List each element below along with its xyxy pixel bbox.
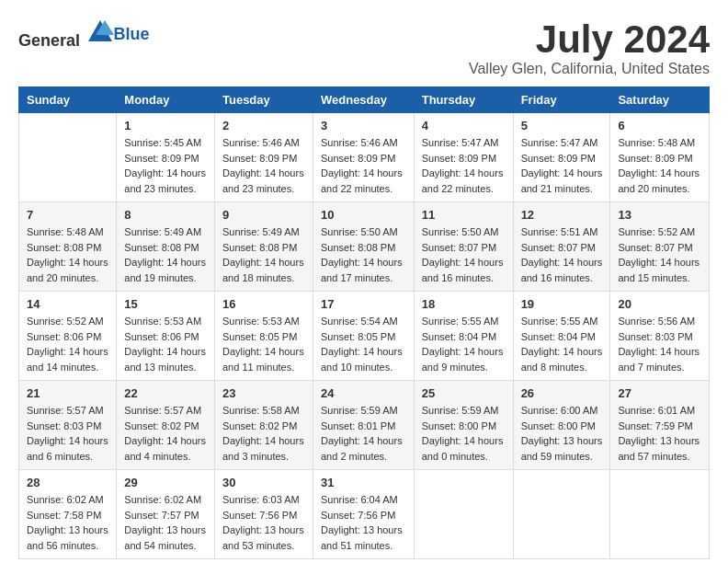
day-number: 2: [222, 119, 305, 132]
day-info: Sunrise: 5:46 AM Sunset: 8:09 PM Dayligh…: [321, 135, 406, 196]
calendar-week-row: 7Sunrise: 5:48 AM Sunset: 8:08 PM Daylig…: [19, 202, 710, 292]
calendar-week-row: 1Sunrise: 5:45 AM Sunset: 8:09 PM Daylig…: [19, 113, 710, 202]
day-info: Sunrise: 5:50 AM Sunset: 8:08 PM Dayligh…: [321, 224, 406, 285]
logo: General Blue: [18, 18, 150, 51]
day-info: Sunrise: 5:46 AM Sunset: 8:09 PM Dayligh…: [222, 135, 305, 196]
calendar-table: SundayMondayTuesdayWednesdayThursdayFrid…: [18, 86, 710, 559]
day-number: 27: [618, 386, 701, 400]
calendar-header-row: SundayMondayTuesdayWednesdayThursdayFrid…: [19, 87, 710, 113]
header-day-tuesday: Tuesday: [214, 87, 313, 113]
day-info: Sunrise: 5:59 AM Sunset: 8:01 PM Dayligh…: [321, 403, 406, 464]
calendar-cell: 27Sunrise: 6:01 AM Sunset: 7:59 PM Dayli…: [610, 381, 710, 470]
day-number: 21: [27, 386, 108, 400]
day-number: 6: [618, 119, 701, 132]
day-info: Sunrise: 5:58 AM Sunset: 8:02 PM Dayligh…: [222, 403, 305, 464]
calendar-cell: 22Sunrise: 5:57 AM Sunset: 8:02 PM Dayli…: [117, 381, 215, 470]
header-day-sunday: Sunday: [19, 87, 117, 113]
header-day-thursday: Thursday: [414, 87, 513, 113]
day-info: Sunrise: 5:48 AM Sunset: 8:08 PM Dayligh…: [27, 224, 108, 285]
day-info: Sunrise: 5:52 AM Sunset: 8:07 PM Dayligh…: [618, 224, 701, 285]
day-info: Sunrise: 6:02 AM Sunset: 7:58 PM Dayligh…: [27, 492, 108, 553]
day-number: 12: [521, 208, 603, 222]
calendar-cell: 24Sunrise: 5:59 AM Sunset: 8:01 PM Dayli…: [313, 381, 414, 470]
calendar-cell: 9Sunrise: 5:49 AM Sunset: 8:08 PM Daylig…: [214, 202, 313, 292]
day-info: Sunrise: 5:55 AM Sunset: 8:04 PM Dayligh…: [521, 314, 603, 374]
calendar-cell: [513, 470, 610, 559]
calendar-cell: 16Sunrise: 5:53 AM Sunset: 8:05 PM Dayli…: [214, 292, 313, 381]
calendar-cell: [414, 470, 513, 559]
day-number: 29: [124, 476, 207, 489]
day-number: 28: [27, 476, 108, 489]
day-info: Sunrise: 5:49 AM Sunset: 8:08 PM Dayligh…: [222, 224, 305, 285]
day-number: 13: [618, 208, 701, 222]
day-number: 15: [124, 297, 207, 311]
day-info: Sunrise: 5:54 AM Sunset: 8:05 PM Dayligh…: [321, 314, 406, 374]
day-info: Sunrise: 5:52 AM Sunset: 8:06 PM Dayligh…: [27, 314, 108, 374]
calendar-week-row: 14Sunrise: 5:52 AM Sunset: 8:06 PM Dayli…: [19, 292, 710, 381]
calendar-week-row: 21Sunrise: 5:57 AM Sunset: 8:03 PM Dayli…: [19, 381, 710, 470]
day-info: Sunrise: 5:51 AM Sunset: 8:07 PM Dayligh…: [521, 224, 603, 285]
day-number: 19: [521, 297, 603, 311]
calendar-cell: 13Sunrise: 5:52 AM Sunset: 8:07 PM Dayli…: [610, 202, 710, 292]
title-section: July 2024 Valley Glen, California, Unite…: [469, 18, 710, 77]
calendar-cell: 12Sunrise: 5:51 AM Sunset: 8:07 PM Dayli…: [513, 202, 610, 292]
day-number: 16: [222, 297, 305, 311]
day-number: 24: [321, 386, 406, 400]
day-number: 3: [321, 119, 406, 132]
calendar-cell: 7Sunrise: 5:48 AM Sunset: 8:08 PM Daylig…: [19, 202, 117, 292]
logo-text-general: General: [18, 31, 80, 50]
day-number: 9: [222, 208, 305, 222]
calendar-week-row: 28Sunrise: 6:02 AM Sunset: 7:58 PM Dayli…: [19, 470, 710, 559]
calendar-cell: 8Sunrise: 5:49 AM Sunset: 8:08 PM Daylig…: [117, 202, 215, 292]
calendar-cell: 30Sunrise: 6:03 AM Sunset: 7:56 PM Dayli…: [214, 470, 313, 559]
calendar-cell: 17Sunrise: 5:54 AM Sunset: 8:05 PM Dayli…: [313, 292, 414, 381]
calendar-cell: 10Sunrise: 5:50 AM Sunset: 8:08 PM Dayli…: [313, 202, 414, 292]
day-info: Sunrise: 5:55 AM Sunset: 8:04 PM Dayligh…: [422, 314, 506, 374]
calendar-cell: 19Sunrise: 5:55 AM Sunset: 8:04 PM Dayli…: [513, 292, 610, 381]
day-number: 30: [222, 476, 305, 489]
day-number: 22: [124, 386, 207, 400]
day-info: Sunrise: 5:49 AM Sunset: 8:08 PM Dayligh…: [124, 224, 207, 285]
day-number: 11: [422, 208, 506, 222]
header-day-monday: Monday: [117, 87, 215, 113]
day-info: Sunrise: 6:01 AM Sunset: 7:59 PM Dayligh…: [618, 403, 701, 464]
day-info: Sunrise: 5:59 AM Sunset: 8:00 PM Dayligh…: [422, 403, 506, 464]
month-title: July 2024: [469, 18, 710, 61]
day-info: Sunrise: 6:04 AM Sunset: 7:56 PM Dayligh…: [321, 492, 406, 553]
day-info: Sunrise: 5:47 AM Sunset: 8:09 PM Dayligh…: [422, 135, 506, 196]
day-number: 26: [521, 386, 603, 400]
day-number: 4: [422, 119, 506, 132]
day-info: Sunrise: 5:45 AM Sunset: 8:09 PM Dayligh…: [124, 135, 207, 196]
calendar-cell: 1Sunrise: 5:45 AM Sunset: 8:09 PM Daylig…: [117, 113, 215, 202]
calendar-cell: 25Sunrise: 5:59 AM Sunset: 8:00 PM Dayli…: [414, 381, 513, 470]
day-info: Sunrise: 5:53 AM Sunset: 8:06 PM Dayligh…: [124, 314, 207, 374]
calendar-cell: 31Sunrise: 6:04 AM Sunset: 7:56 PM Dayli…: [313, 470, 414, 559]
day-number: 14: [27, 297, 108, 311]
location-title: Valley Glen, California, United States: [469, 61, 710, 77]
day-info: Sunrise: 5:47 AM Sunset: 8:09 PM Dayligh…: [521, 135, 603, 196]
calendar-cell: 26Sunrise: 6:00 AM Sunset: 8:00 PM Dayli…: [513, 381, 610, 470]
day-number: 1: [124, 119, 207, 132]
day-number: 17: [321, 297, 406, 311]
calendar-cell: 6Sunrise: 5:48 AM Sunset: 8:09 PM Daylig…: [610, 113, 710, 202]
calendar-cell: 3Sunrise: 5:46 AM Sunset: 8:09 PM Daylig…: [313, 113, 414, 202]
day-info: Sunrise: 6:00 AM Sunset: 8:00 PM Dayligh…: [521, 403, 603, 464]
calendar-cell: 21Sunrise: 5:57 AM Sunset: 8:03 PM Dayli…: [19, 381, 117, 470]
day-number: 20: [618, 297, 701, 311]
day-number: 18: [422, 297, 506, 311]
calendar-cell: 15Sunrise: 5:53 AM Sunset: 8:06 PM Dayli…: [117, 292, 215, 381]
day-info: Sunrise: 5:50 AM Sunset: 8:07 PM Dayligh…: [422, 224, 506, 285]
day-number: 10: [321, 208, 406, 222]
day-info: Sunrise: 5:57 AM Sunset: 8:03 PM Dayligh…: [27, 403, 108, 464]
header-day-saturday: Saturday: [610, 87, 710, 113]
header-day-friday: Friday: [513, 87, 610, 113]
calendar-cell: 23Sunrise: 5:58 AM Sunset: 8:02 PM Dayli…: [214, 381, 313, 470]
day-info: Sunrise: 5:56 AM Sunset: 8:03 PM Dayligh…: [618, 314, 701, 374]
calendar-cell: 14Sunrise: 5:52 AM Sunset: 8:06 PM Dayli…: [19, 292, 117, 381]
calendar-cell: 18Sunrise: 5:55 AM Sunset: 8:04 PM Dayli…: [414, 292, 513, 381]
day-info: Sunrise: 5:57 AM Sunset: 8:02 PM Dayligh…: [124, 403, 207, 464]
day-number: 31: [321, 476, 406, 489]
calendar-cell: [19, 113, 117, 202]
calendar-cell: 2Sunrise: 5:46 AM Sunset: 8:09 PM Daylig…: [214, 113, 313, 202]
logo-text-blue: Blue: [114, 25, 150, 43]
